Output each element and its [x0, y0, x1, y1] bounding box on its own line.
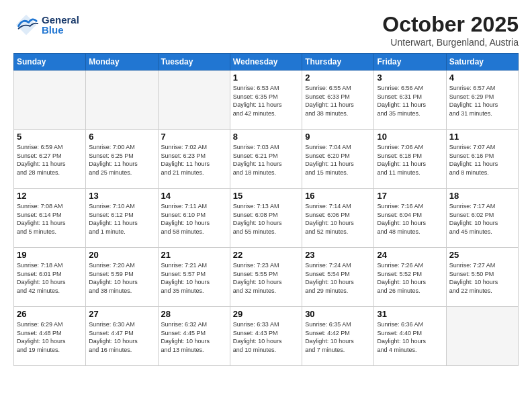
- day-number: 27: [89, 309, 154, 319]
- day-number: 17: [377, 191, 443, 201]
- calendar-table: SundayMondayTuesdayWednesdayThursdayFrid…: [13, 53, 519, 366]
- day-info: Sunrise: 7:04 AM Sunset: 6:20 PM Dayligh…: [305, 143, 371, 177]
- day-info: Sunrise: 6:56 AM Sunset: 6:31 PM Dayligh…: [377, 84, 443, 118]
- day-info: Sunrise: 7:27 AM Sunset: 5:50 PM Dayligh…: [449, 261, 515, 295]
- calendar-cell: 6Sunrise: 7:00 AM Sunset: 6:25 PM Daylig…: [86, 130, 158, 189]
- day-info: Sunrise: 6:59 AM Sunset: 6:27 PM Dayligh…: [17, 143, 83, 177]
- day-info: Sunrise: 6:35 AM Sunset: 4:42 PM Dayligh…: [305, 320, 371, 354]
- logo-icon: [13, 12, 39, 38]
- day-info: Sunrise: 7:26 AM Sunset: 5:52 PM Dayligh…: [377, 261, 443, 295]
- location-title: Unterwart, Burgenland, Austria: [382, 37, 519, 48]
- day-number: 22: [233, 250, 299, 260]
- day-number: 21: [161, 250, 227, 260]
- day-number: 19: [17, 250, 83, 260]
- week-row-2: 5Sunrise: 6:59 AM Sunset: 6:27 PM Daylig…: [14, 130, 519, 189]
- weekday-header-monday: Monday: [86, 54, 158, 71]
- calendar-cell: 28Sunrise: 6:32 AM Sunset: 4:45 PM Dayli…: [158, 307, 230, 366]
- day-number: 13: [89, 191, 154, 201]
- calendar-cell: 21Sunrise: 7:21 AM Sunset: 5:57 PM Dayli…: [158, 248, 230, 307]
- day-number: 5: [17, 132, 83, 142]
- day-info: Sunrise: 7:03 AM Sunset: 6:21 PM Dayligh…: [233, 143, 299, 177]
- day-info: Sunrise: 7:16 AM Sunset: 6:04 PM Dayligh…: [377, 202, 443, 236]
- weekday-header-tuesday: Tuesday: [158, 54, 230, 71]
- day-number: 31: [377, 309, 443, 319]
- calendar-cell: 1Sunrise: 6:53 AM Sunset: 6:35 PM Daylig…: [230, 71, 302, 130]
- weekday-header-saturday: Saturday: [446, 54, 518, 71]
- weekday-header-wednesday: Wednesday: [230, 54, 302, 71]
- day-info: Sunrise: 7:07 AM Sunset: 6:16 PM Dayligh…: [449, 143, 515, 177]
- day-number: 2: [305, 73, 371, 83]
- calendar-cell: 5Sunrise: 6:59 AM Sunset: 6:27 PM Daylig…: [14, 130, 86, 189]
- day-info: Sunrise: 6:57 AM Sunset: 6:29 PM Dayligh…: [449, 84, 515, 118]
- day-info: Sunrise: 7:00 AM Sunset: 6:25 PM Dayligh…: [89, 143, 154, 177]
- logo-label: General Blue: [42, 15, 79, 35]
- calendar-cell: 25Sunrise: 7:27 AM Sunset: 5:50 PM Dayli…: [446, 248, 518, 307]
- calendar-cell: 7Sunrise: 7:02 AM Sunset: 6:23 PM Daylig…: [158, 130, 230, 189]
- calendar-cell: [158, 71, 230, 130]
- day-number: 7: [161, 132, 227, 142]
- day-info: Sunrise: 6:53 AM Sunset: 6:35 PM Dayligh…: [233, 84, 299, 118]
- day-number: 16: [305, 191, 371, 201]
- day-info: Sunrise: 7:13 AM Sunset: 6:08 PM Dayligh…: [233, 202, 299, 236]
- day-number: 30: [305, 309, 371, 319]
- day-info: Sunrise: 7:02 AM Sunset: 6:23 PM Dayligh…: [161, 143, 227, 177]
- day-info: Sunrise: 7:14 AM Sunset: 6:06 PM Dayligh…: [305, 202, 371, 236]
- day-number: 15: [233, 191, 299, 201]
- day-number: 28: [161, 309, 227, 319]
- calendar-cell: 10Sunrise: 7:06 AM Sunset: 6:18 PM Dayli…: [374, 130, 446, 189]
- calendar-cell: [86, 71, 158, 130]
- calendar-cell: 23Sunrise: 7:24 AM Sunset: 5:54 PM Dayli…: [302, 248, 374, 307]
- day-number: 29: [233, 309, 299, 319]
- calendar-cell: 16Sunrise: 7:14 AM Sunset: 6:06 PM Dayli…: [302, 189, 374, 248]
- day-number: 23: [305, 250, 371, 260]
- day-number: 9: [305, 132, 371, 142]
- day-number: 20: [89, 250, 154, 260]
- day-info: Sunrise: 6:30 AM Sunset: 4:47 PM Dayligh…: [89, 320, 154, 354]
- calendar-cell: 22Sunrise: 7:23 AM Sunset: 5:55 PM Dayli…: [230, 248, 302, 307]
- day-number: 25: [449, 250, 515, 260]
- day-number: 12: [17, 191, 83, 201]
- day-info: Sunrise: 7:06 AM Sunset: 6:18 PM Dayligh…: [377, 143, 443, 177]
- day-info: Sunrise: 6:32 AM Sunset: 4:45 PM Dayligh…: [161, 320, 227, 354]
- calendar-cell: 20Sunrise: 7:20 AM Sunset: 5:59 PM Dayli…: [86, 248, 158, 307]
- logo: General Blue: [13, 12, 79, 38]
- day-number: 11: [449, 132, 515, 142]
- week-row-5: 26Sunrise: 6:29 AM Sunset: 4:48 PM Dayli…: [14, 307, 519, 366]
- calendar-cell: 3Sunrise: 6:56 AM Sunset: 6:31 PM Daylig…: [374, 71, 446, 130]
- weekday-header-thursday: Thursday: [302, 54, 374, 71]
- day-number: 4: [449, 73, 515, 83]
- calendar-cell: 9Sunrise: 7:04 AM Sunset: 6:20 PM Daylig…: [302, 130, 374, 189]
- calendar-cell: 24Sunrise: 7:26 AM Sunset: 5:52 PM Dayli…: [374, 248, 446, 307]
- calendar-cell: 31Sunrise: 6:36 AM Sunset: 4:40 PM Dayli…: [374, 307, 446, 366]
- calendar-cell: 19Sunrise: 7:18 AM Sunset: 6:01 PM Dayli…: [14, 248, 86, 307]
- week-row-3: 12Sunrise: 7:08 AM Sunset: 6:14 PM Dayli…: [14, 189, 519, 248]
- calendar-cell: 4Sunrise: 6:57 AM Sunset: 6:29 PM Daylig…: [446, 71, 518, 130]
- day-info: Sunrise: 7:08 AM Sunset: 6:14 PM Dayligh…: [17, 202, 83, 236]
- calendar-cell: 11Sunrise: 7:07 AM Sunset: 6:16 PM Dayli…: [446, 130, 518, 189]
- day-number: 26: [17, 309, 83, 319]
- calendar-cell: 30Sunrise: 6:35 AM Sunset: 4:42 PM Dayli…: [302, 307, 374, 366]
- day-info: Sunrise: 6:33 AM Sunset: 4:43 PM Dayligh…: [233, 320, 299, 354]
- day-number: 14: [161, 191, 227, 201]
- day-info: Sunrise: 6:36 AM Sunset: 4:40 PM Dayligh…: [377, 320, 443, 354]
- month-title: October 2025: [382, 12, 519, 37]
- day-info: Sunrise: 7:18 AM Sunset: 6:01 PM Dayligh…: [17, 261, 83, 295]
- day-info: Sunrise: 7:24 AM Sunset: 5:54 PM Dayligh…: [305, 261, 371, 295]
- calendar-cell: 27Sunrise: 6:30 AM Sunset: 4:47 PM Dayli…: [86, 307, 158, 366]
- calendar-cell: 18Sunrise: 7:17 AM Sunset: 6:02 PM Dayli…: [446, 189, 518, 248]
- page: General Blue October 2025 Unterwart, Bur…: [0, 0, 532, 411]
- calendar-cell: 8Sunrise: 7:03 AM Sunset: 6:21 PM Daylig…: [230, 130, 302, 189]
- day-info: Sunrise: 6:55 AM Sunset: 6:33 PM Dayligh…: [305, 84, 371, 118]
- day-number: 8: [233, 132, 299, 142]
- logo-blue-text: Blue: [42, 25, 79, 35]
- day-number: 6: [89, 132, 154, 142]
- day-number: 3: [377, 73, 443, 83]
- header: General Blue October 2025 Unterwart, Bur…: [13, 12, 519, 48]
- weekday-header-row: SundayMondayTuesdayWednesdayThursdayFrid…: [14, 54, 519, 71]
- day-number: 1: [233, 73, 299, 83]
- calendar-cell: 26Sunrise: 6:29 AM Sunset: 4:48 PM Dayli…: [14, 307, 86, 366]
- calendar-cell: [446, 307, 518, 366]
- week-row-4: 19Sunrise: 7:18 AM Sunset: 6:01 PM Dayli…: [14, 248, 519, 307]
- weekday-header-sunday: Sunday: [14, 54, 86, 71]
- calendar-cell: 14Sunrise: 7:11 AM Sunset: 6:10 PM Dayli…: [158, 189, 230, 248]
